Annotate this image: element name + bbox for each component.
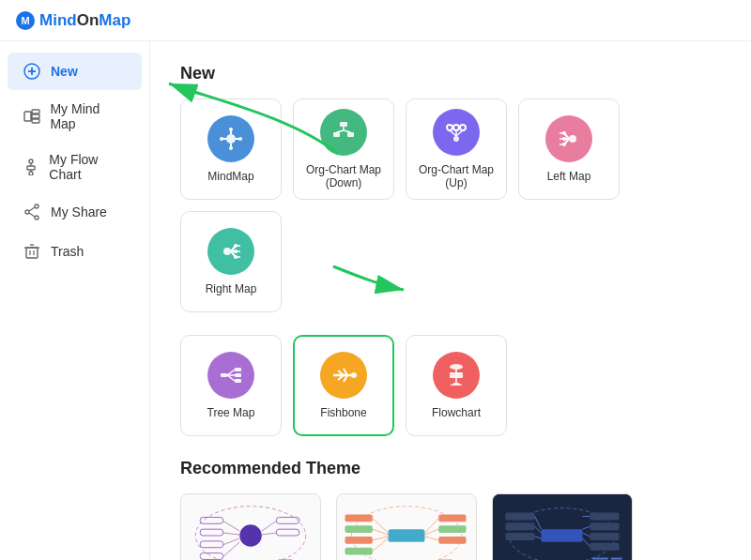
svg-line-77 xyxy=(227,375,235,381)
svg-point-44 xyxy=(447,125,452,130)
svg-point-50 xyxy=(453,136,459,142)
svg-rect-74 xyxy=(235,379,241,383)
org-chart-down-icon xyxy=(320,109,367,156)
svg-rect-134 xyxy=(505,533,534,540)
svg-rect-8 xyxy=(32,119,39,123)
svg-point-45 xyxy=(453,125,459,130)
left-map-label: Left Map xyxy=(547,170,591,183)
sidebar-label-trash: Trash xyxy=(51,244,84,259)
svg-rect-39 xyxy=(333,132,340,137)
flowchart-icon xyxy=(433,352,480,399)
template-flowchart[interactable]: Flowchart xyxy=(406,335,507,436)
svg-point-37 xyxy=(238,137,242,141)
sidebar-label-my-mind-map: My Mind Map xyxy=(50,101,127,131)
right-map-icon xyxy=(207,228,254,275)
trash-icon xyxy=(23,242,41,261)
template-grid-row1: MindMap Org-Chart Map(Down) Org-Chart Ma… xyxy=(180,98,721,312)
svg-rect-128 xyxy=(590,513,619,521)
svg-point-14 xyxy=(29,172,33,175)
left-map-icon xyxy=(545,115,592,162)
sidebar-item-new[interactable]: New xyxy=(8,53,142,90)
theme-preview-1 xyxy=(181,494,320,560)
fishbone-icon xyxy=(320,352,367,399)
svg-point-19 xyxy=(35,216,38,219)
svg-rect-73 xyxy=(235,373,241,377)
template-grid-row2: Tree Map Fishbone Flowchart xyxy=(180,335,721,436)
svg-rect-112 xyxy=(345,548,372,555)
svg-line-75 xyxy=(227,370,235,375)
svg-point-29 xyxy=(226,134,236,144)
svg-rect-85 xyxy=(450,372,463,378)
svg-marker-86 xyxy=(450,382,463,386)
sidebar-item-my-share[interactable]: My Share xyxy=(8,193,142,231)
template-fishbone[interactable]: Fishbone xyxy=(293,335,394,436)
template-tree-map[interactable]: Tree Map xyxy=(180,335,282,436)
svg-line-43 xyxy=(344,130,351,132)
fishbone-label: Fishbone xyxy=(320,406,366,419)
theme-card-3[interactable] xyxy=(492,493,633,560)
svg-rect-7 xyxy=(32,114,39,118)
mindmap-icon xyxy=(207,115,254,162)
template-left-map[interactable]: Left Map xyxy=(518,98,620,200)
main-layout: New My Mind Map My Flow Chart My Share T xyxy=(0,41,751,560)
svg-rect-71 xyxy=(221,373,227,377)
theme-grid xyxy=(180,493,721,560)
sidebar-label-my-flow-chart: My Flow Chart xyxy=(49,152,127,182)
svg-rect-109 xyxy=(345,515,372,522)
org-chart-up-label: Org-Chart Map (Up) xyxy=(416,163,497,189)
main-content: New MindMap Org-Chart Map(Down) Org-Char xyxy=(150,41,751,560)
svg-rect-127 xyxy=(542,529,583,542)
new-section-title: New xyxy=(180,64,721,83)
svg-point-83 xyxy=(351,372,357,378)
svg-rect-114 xyxy=(438,525,466,533)
svg-rect-130 xyxy=(590,533,619,540)
mind-map-icon xyxy=(23,107,40,126)
sidebar-label-my-share: My Share xyxy=(51,204,107,219)
theme-card-1[interactable] xyxy=(180,493,321,560)
svg-rect-113 xyxy=(438,515,466,522)
svg-text:M: M xyxy=(21,15,29,26)
svg-rect-110 xyxy=(345,525,372,533)
svg-rect-111 xyxy=(345,537,372,544)
svg-line-47 xyxy=(450,130,456,136)
svg-line-21 xyxy=(29,213,35,217)
svg-rect-13 xyxy=(27,166,35,170)
flowchart-label: Flowchart xyxy=(432,406,481,419)
svg-point-61 xyxy=(223,248,231,255)
svg-rect-5 xyxy=(24,112,31,121)
mindmap-label: MindMap xyxy=(207,170,253,183)
new-icon xyxy=(23,62,41,81)
svg-rect-131 xyxy=(590,543,619,551)
theme-card-2[interactable] xyxy=(336,493,477,560)
template-org-chart-down[interactable]: Org-Chart Map(Down) xyxy=(293,98,394,200)
org-chart-up-icon xyxy=(433,109,480,156)
svg-rect-129 xyxy=(590,522,619,530)
sidebar-item-my-flow-chart[interactable]: My Flow Chart xyxy=(8,143,142,191)
theme-preview-3 xyxy=(493,494,632,560)
svg-point-51 xyxy=(569,135,576,143)
tree-map-label: Tree Map xyxy=(207,406,255,419)
header: M MindOnMap xyxy=(0,0,751,41)
svg-point-35 xyxy=(229,146,233,150)
template-right-map[interactable]: Right Map xyxy=(180,211,282,312)
tree-map-icon xyxy=(207,352,254,399)
svg-point-34 xyxy=(229,128,233,131)
svg-point-91 xyxy=(239,524,261,546)
sidebar-label-new: New xyxy=(51,64,78,79)
svg-rect-22 xyxy=(26,248,38,258)
sidebar-item-my-mind-map[interactable]: My Mind Map xyxy=(8,92,142,141)
logo-text: MindOnMap xyxy=(39,11,130,30)
svg-rect-38 xyxy=(340,122,347,127)
svg-point-17 xyxy=(35,204,38,208)
svg-point-46 xyxy=(460,125,466,130)
svg-point-36 xyxy=(220,137,223,141)
sidebar-item-trash[interactable]: Trash xyxy=(8,233,142,270)
svg-rect-132 xyxy=(505,513,534,521)
template-org-chart-up[interactable]: Org-Chart Map (Up) xyxy=(406,98,507,200)
svg-point-12 xyxy=(29,159,33,163)
theme-preview-2 xyxy=(337,494,476,560)
svg-line-20 xyxy=(29,207,35,211)
svg-rect-72 xyxy=(235,368,241,371)
template-mindmap[interactable]: MindMap xyxy=(180,98,282,200)
svg-rect-40 xyxy=(347,132,354,137)
